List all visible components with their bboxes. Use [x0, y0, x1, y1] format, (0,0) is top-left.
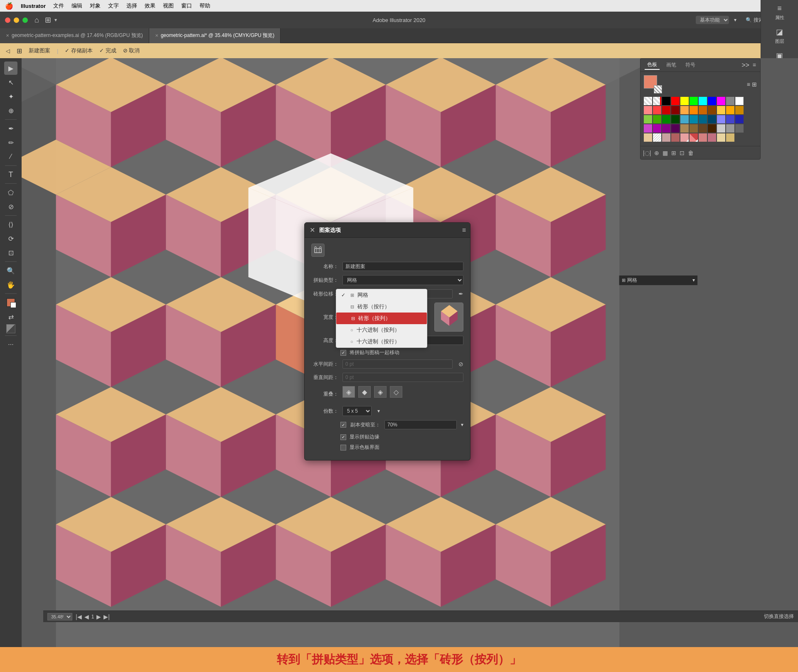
po-vspacing-input[interactable] — [342, 373, 463, 382]
done-button[interactable]: ✓ 完成 — [99, 47, 116, 54]
swatch-yellow[interactable] — [680, 97, 689, 105]
last-page-button[interactable]: ▶| — [103, 613, 110, 620]
swatch-green[interactable] — [690, 97, 698, 105]
swatch-c9[interactable] — [717, 106, 725, 114]
next-page-button[interactable]: ▶ — [96, 613, 101, 620]
dim-chevron-icon[interactable]: ▾ — [461, 422, 463, 428]
grid-view-icon[interactable]: ⊞ — [752, 81, 757, 88]
swatch-d9[interactable] — [717, 115, 725, 123]
current-swatch[interactable] — [644, 75, 662, 94]
show-kinds-icon[interactable]: |◌| — [643, 150, 651, 156]
color-tools[interactable] — [4, 296, 17, 309]
apple-menu[interactable]: 🍎 — [5, 2, 13, 10]
swatch-d4[interactable] — [671, 115, 680, 123]
select-tool[interactable]: ▶ — [4, 62, 17, 75]
menu-help[interactable]: 帮助 — [200, 2, 210, 10]
dropdown-item-brick-row[interactable]: ⊟ 砖形（按行） — [336, 301, 427, 313]
swatch-c4[interactable] — [671, 106, 680, 114]
resize-tile-button[interactable] — [311, 244, 325, 257]
po-swatch-checkbox[interactable] — [340, 445, 346, 450]
swatch-registration[interactable] — [653, 97, 661, 105]
panel-menu-icon[interactable]: ≡ — [753, 62, 756, 69]
swap-colors-icon[interactable]: ⇄ — [4, 310, 17, 323]
swatch-white[interactable] — [735, 97, 744, 105]
panel-properties[interactable]: ≡ 属性 — [775, 4, 784, 21]
swatch-c5[interactable] — [680, 106, 689, 114]
close-dialog-button[interactable]: ✕ — [310, 226, 315, 234]
hand-tool[interactable]: 🖐 — [4, 278, 17, 291]
expand-icon[interactable]: >> — [741, 62, 749, 69]
text-tool[interactable]: T — [4, 168, 17, 181]
po-type-select[interactable]: 网格 — [342, 275, 463, 285]
po-edges-checkbox[interactable] — [340, 434, 346, 440]
shape-builder-tool[interactable]: ⬠ — [4, 186, 17, 199]
direct-select-tool[interactable]: ↖ — [4, 76, 17, 89]
swatch-f3[interactable] — [671, 133, 680, 142]
swatch-e9[interactable] — [717, 124, 725, 133]
first-page-button[interactable]: |◀ — [76, 613, 82, 620]
swatch-none[interactable] — [644, 97, 652, 105]
swatch-f4[interactable] — [680, 133, 689, 142]
swatch-gradient1[interactable] — [690, 133, 698, 142]
grid-icon[interactable]: ⊞ — [45, 15, 51, 25]
workspace-select[interactable]: 基本功能 — [696, 16, 729, 24]
swatch-d2[interactable] — [653, 115, 661, 123]
pencil-tool[interactable]: ✏ — [4, 136, 17, 149]
close-button[interactable] — [5, 17, 10, 23]
rotate-tool[interactable]: ⟳ — [4, 232, 17, 245]
dropdown-item-hex-col[interactable]: ○ 十六进制（按列） — [336, 324, 427, 336]
save-copy-button[interactable]: ✓ 存储副本 — [65, 47, 93, 54]
magic-wand-tool[interactable]: ✦ — [4, 90, 17, 103]
swatch-f6[interactable] — [708, 133, 716, 142]
swatch-d11[interactable] — [735, 115, 744, 123]
swatch-e10[interactable] — [726, 124, 734, 133]
swatch-d5[interactable] — [680, 115, 689, 123]
lasso-tool[interactable]: ⊕ — [4, 104, 17, 117]
swatch-library-icon[interactable]: ⊕ — [654, 150, 659, 156]
menu-text[interactable]: 文字 — [108, 2, 119, 10]
swatch-f1[interactable] — [644, 133, 652, 142]
offset-eyedropper-icon[interactable]: ✒ — [458, 290, 463, 297]
zoom-select[interactable]: 35.48% — [47, 613, 72, 620]
swatch-d7[interactable] — [699, 115, 707, 123]
po-menu-icon[interactable]: ≡ — [462, 226, 466, 234]
workspace-chevron[interactable]: ▾ — [734, 17, 736, 23]
swatch-c10[interactable] — [726, 106, 734, 114]
paintbucket-tool[interactable]: ⊘ — [4, 200, 17, 213]
swatch-d10[interactable] — [726, 115, 734, 123]
swatch-blue[interactable] — [708, 97, 716, 105]
new-color-group-icon[interactable]: ⊞ — [671, 150, 676, 156]
tab-1[interactable]: ✕ geometric-pattern.ai* @ 35.48% (CMYK/G… — [149, 28, 281, 43]
overlap-btn-1[interactable]: ◈ — [342, 386, 355, 398]
po-dim-checkbox[interactable] — [340, 422, 346, 428]
panel-layers[interactable]: ◪ 图层 — [775, 27, 784, 44]
swatch-black[interactable] — [662, 97, 670, 105]
po-type-custom-select[interactable]: ⊞ 网格 ▾ — [619, 275, 698, 286]
menu-select[interactable]: 选择 — [126, 2, 137, 10]
swatch-d3[interactable] — [662, 115, 670, 123]
menu-window[interactable]: 窗口 — [181, 2, 192, 10]
swatch-gray[interactable] — [726, 97, 734, 105]
swatch-c8[interactable] — [708, 106, 716, 114]
swatch-f7[interactable] — [717, 133, 725, 142]
po-move-checkbox[interactable] — [340, 350, 346, 356]
swatch-f2[interactable] — [662, 133, 670, 142]
swatch-e7[interactable] — [699, 124, 707, 133]
zoom-tool[interactable]: 🔍 — [4, 264, 17, 277]
po-name-input[interactable] — [342, 262, 463, 271]
tab-brushes[interactable]: 画笔 — [664, 61, 679, 69]
tab-symbols[interactable]: 符号 — [683, 61, 698, 69]
swatch-c1[interactable] — [644, 106, 652, 114]
hspacing-lock-icon[interactable]: ⊘ — [458, 361, 463, 367]
swatch-c2[interactable] — [653, 106, 661, 114]
swatch-c11[interactable] — [735, 106, 744, 114]
swatch-e2[interactable] — [653, 124, 661, 133]
menu-view[interactable]: 视图 — [163, 2, 174, 10]
menu-illustrator[interactable]: Illustrator — [21, 3, 46, 9]
overlap-btn-4[interactable]: ◇ — [390, 386, 402, 398]
swatch-e8[interactable] — [708, 124, 716, 133]
swatch-d8[interactable] — [708, 115, 716, 123]
fullscreen-button[interactable] — [22, 17, 28, 23]
overlap-btn-3[interactable]: ◈ — [374, 386, 387, 398]
line-tool[interactable]: ∕ — [4, 150, 17, 163]
